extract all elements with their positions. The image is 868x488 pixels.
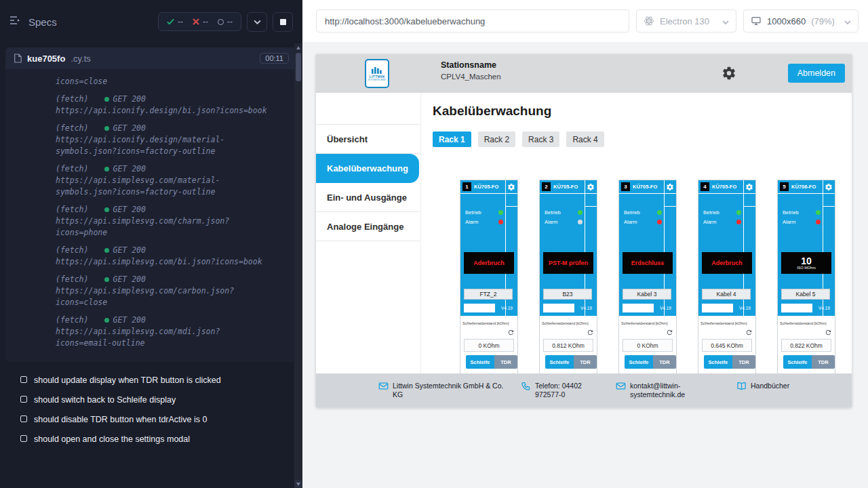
card-settings-icon[interactable]	[507, 183, 515, 191]
card-settings-icon[interactable]	[587, 183, 595, 191]
test-item[interactable]: should switch back to Schleife display	[20, 395, 293, 405]
betrieb-label: Betrieb	[703, 209, 719, 216]
tdr-button[interactable]: TDR	[653, 355, 676, 369]
station-name: CPLV4_Maschen	[441, 73, 501, 81]
betrieb-label: Betrieb	[624, 209, 640, 216]
log-entry-fetch[interactable]: (fetch) GET 200 https://api.simplesvg.co…	[56, 163, 290, 198]
log-entry-continuation[interactable]: icons=close	[56, 76, 290, 87]
log-entry-fetch[interactable]: (fetch) GET 200 https://api.iconify.desi…	[56, 94, 290, 117]
stop-button[interactable]	[273, 12, 293, 32]
rack-tab[interactable]: Rack 3	[522, 131, 559, 147]
scroll-up-arrow[interactable]	[294, 43, 302, 52]
sidebar-item[interactable]: Ein- und Ausgänge	[316, 183, 420, 212]
log-entry-fetch[interactable]: (fetch) GET 200 https://api.simplesvg.co…	[56, 204, 290, 239]
card-settings-icon[interactable]	[666, 183, 674, 191]
tdr-button[interactable]: TDR	[494, 355, 517, 369]
card-settings-icon[interactable]	[825, 183, 833, 191]
status-display: Aderbruch	[464, 252, 514, 274]
runner-scrollbar[interactable]	[294, 43, 302, 488]
sidebar-item[interactable]: Kabelüberwachung	[316, 154, 419, 183]
specs-menu-icon[interactable]	[9, 16, 22, 28]
footer-contact-text: Telefon: 04402 972577-0	[535, 382, 606, 399]
schleife-button[interactable]: Schleife	[704, 355, 732, 369]
footer-contact-text: Handbücher	[751, 382, 789, 390]
schleife-button[interactable]: Schleife	[783, 355, 812, 369]
cable-name-field[interactable]: FTZ_2	[464, 289, 513, 300]
success-dot-icon	[104, 248, 109, 253]
status-unit: ISO MOhm	[797, 266, 816, 270]
refresh-icon[interactable]	[666, 329, 673, 336]
log-entry-fetch[interactable]: (fetch) GET 200 https://api.simplesvg.co…	[56, 274, 290, 308]
alarm-label: Alarm	[545, 219, 558, 225]
betrieb-led	[657, 210, 662, 215]
betrieb-led	[816, 210, 821, 215]
aux-field[interactable]	[623, 304, 654, 312]
cable-name-field[interactable]: B23	[543, 289, 592, 300]
tdr-button[interactable]: TDR	[732, 355, 755, 369]
refresh-icon[interactable]	[587, 329, 594, 336]
footer-contact-item[interactable]: Handbücher	[736, 382, 789, 391]
phone-icon	[521, 381, 531, 391]
footer-contact-item[interactable]: Telefon: 04402 972577-0	[521, 382, 606, 399]
rack-tab[interactable]: Rack 4	[566, 131, 604, 147]
loop-resistance-value: 0 KOhm	[623, 339, 673, 352]
scrollbar-thumb[interactable]	[296, 53, 301, 81]
sidebar-item[interactable]: Analoge Eingänge	[316, 212, 420, 241]
request-url: https://api.simplesvg.com/bi.json?icons=…	[56, 256, 273, 268]
spec-header[interactable]: kue705fo .cy.ts 00:11	[5, 47, 297, 69]
rack-tab[interactable]: Rack 1	[433, 131, 471, 147]
logout-button[interactable]: Abmelden	[788, 64, 845, 83]
aux-field[interactable]	[543, 304, 574, 312]
url-bar[interactable]: http://localhost:3000/kabelueberwachung	[316, 9, 629, 33]
browser-bar: http://localhost:3000/kabelueberwachung …	[302, 0, 868, 42]
log-entry-fetch[interactable]: (fetch) GET 200 https://api.iconify.desi…	[56, 123, 290, 157]
aux-field[interactable]	[781, 304, 812, 312]
refresh-icon[interactable]	[825, 329, 832, 336]
settings-gear-icon[interactable]	[722, 66, 736, 81]
card-settings-icon[interactable]	[745, 183, 753, 191]
log-entry-fetch[interactable]: (fetch) GET 200 https://api.simplesvg.co…	[56, 245, 290, 268]
test-item[interactable]: should update display when TDR button is…	[20, 375, 293, 385]
pending-icon	[218, 19, 224, 25]
measurement-section: Schleifenwiderstand [kOhm] 0 KOhm Schlei…	[460, 316, 517, 373]
specs-label[interactable]: Specs	[28, 16, 57, 28]
browser-selector[interactable]: Electron 130	[636, 9, 736, 33]
sidebar-item-label: Übersicht	[327, 134, 368, 144]
loop-resistance-value: 0.645 KOhm	[702, 339, 752, 352]
betrieb-label: Betrieb	[783, 209, 799, 216]
cable-name-field[interactable]: Kabel 5	[781, 289, 830, 300]
test-item[interactable]: should open and close the settings modal	[20, 434, 293, 444]
alarm-led	[498, 220, 503, 224]
test-title: should disable TDR button when tdrActive…	[34, 415, 207, 424]
log-entry-fetch[interactable]: (fetch) GET 200 https://api.simplesvg.co…	[56, 314, 290, 349]
aux-field[interactable]	[702, 304, 733, 312]
aux-field[interactable]	[464, 304, 495, 312]
schleife-button[interactable]: Schleife	[545, 355, 574, 369]
cable-name-field[interactable]: Kabel 4	[702, 289, 751, 300]
collapse-button[interactable]	[247, 12, 267, 32]
test-item[interactable]: should disable TDR button when tdrActive…	[20, 415, 293, 424]
scroll-down-arrow[interactable]	[294, 480, 302, 488]
status-badge: GET 200	[104, 314, 145, 326]
rack-tab[interactable]: Rack 2	[478, 131, 515, 147]
sidebar-item[interactable]: Übersicht	[316, 125, 420, 154]
alarm-led	[736, 220, 741, 224]
refresh-icon[interactable]	[507, 329, 515, 336]
schleife-button[interactable]: Schleife	[625, 355, 653, 369]
sidebar-item-label: Analoge Eingänge	[327, 222, 403, 232]
fetch-label: (fetch)	[56, 123, 88, 134]
request-url: https://api.simplesvg.com/material-symbo…	[56, 175, 273, 198]
cable-name-field[interactable]: Kabel 3	[623, 289, 671, 300]
tdr-button[interactable]: TDR	[812, 355, 835, 369]
loop-resistance-value: 0.822 KOhm	[781, 339, 831, 352]
fetch-label: (fetch)	[56, 274, 88, 285]
schleife-button[interactable]: Schleife	[466, 355, 494, 369]
footer-contact-text: Littwin Systemtechnik GmbH & Co. KG	[393, 382, 509, 399]
refresh-icon[interactable]	[745, 329, 753, 336]
footer-contact-item[interactable]: kontakt@littwin-systemtechnik.de	[616, 382, 695, 399]
footer-contact-item[interactable]: Littwin Systemtechnik GmbH & Co. KG	[378, 382, 509, 399]
viewport-selector[interactable]: 1000x660 (79%)	[743, 9, 859, 33]
tdr-button[interactable]: TDR	[574, 355, 597, 369]
chevron-down-icon	[254, 20, 261, 24]
loop-resistance-value: 0.812 KOhm	[543, 339, 593, 352]
